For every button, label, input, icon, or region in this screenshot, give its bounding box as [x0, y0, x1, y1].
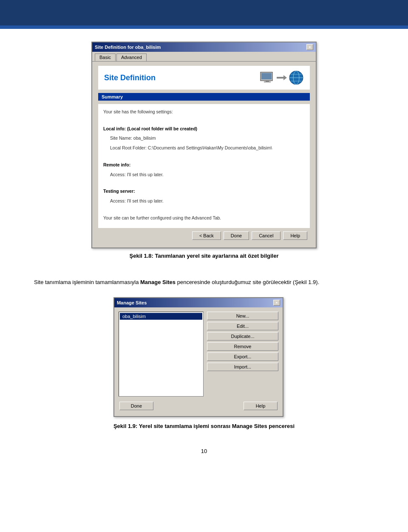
body-paragraph: Site tanımlama işleminin tamamlanmasıyla…	[34, 278, 374, 287]
close-button[interactable]: ×	[306, 44, 313, 50]
site-def-icons	[260, 70, 304, 85]
advanced-note: Your site can be further configured usin…	[103, 214, 305, 222]
figure1-caption: Şekil 1.8: Tanımlanan yerel site ayarlar…	[91, 253, 317, 259]
remove-button[interactable]: Remove	[207, 342, 278, 351]
site-definition-titlebar: Site Definition for oba_bilisim ×	[92, 42, 316, 52]
site-name-label: Site Name: oba_bilisim	[103, 135, 305, 142]
ms-body: oba_bilisim New... Edit... Duplicate... …	[114, 307, 283, 416]
export-button[interactable]: Export...	[207, 352, 278, 361]
arrow-icon	[277, 74, 287, 81]
svg-rect-1	[261, 73, 272, 79]
ms-titlebar-buttons: ×	[273, 300, 280, 306]
ms-help-button[interactable]: Help	[244, 402, 278, 410]
ms-site-list: oba_bilisim	[119, 312, 204, 397]
site-definition-title: Site Definition	[104, 73, 156, 82]
ms-action-buttons: New... Edit... Duplicate... Remove Expor…	[207, 312, 278, 397]
globe-icon	[289, 70, 304, 85]
summary-line1: Your site has the following settings:	[103, 108, 305, 115]
remote-info-title: Remote info:	[103, 161, 305, 169]
text-after: penceresinde oluşturduğumuz site görülec…	[176, 279, 319, 285]
summary-bar: Summary	[98, 93, 310, 101]
remote-access: Access: I'll set this up later.	[103, 171, 305, 178]
top-header-accent	[0, 25, 408, 29]
help-button[interactable]: Help	[283, 231, 307, 240]
dialog-footer: < Back Done Cancel Help	[98, 228, 310, 242]
manage-sites-dialog: Manage Sites × oba_bilisim New... Edit..…	[113, 297, 283, 417]
monitor-icon	[260, 71, 275, 84]
tab-advanced[interactable]: Advanced	[116, 53, 147, 61]
manage-sites-titlebar: Manage Sites ×	[114, 298, 283, 307]
text-bold: Manage Sites	[140, 279, 176, 285]
dialog-tabs: Basic Advanced	[92, 52, 316, 61]
local-root-folder: Local Root Folder: C:\Documents and Sett…	[103, 144, 305, 152]
text-before: Site tanımlama işleminin tamamlanmasıyla	[34, 279, 140, 285]
back-button[interactable]: < Back	[192, 231, 221, 240]
dialog-title: Site Definition for oba_bilisim	[95, 45, 161, 50]
ms-close-button[interactable]: ×	[273, 300, 280, 306]
testing-server-title: Testing server:	[103, 188, 305, 195]
site-def-header: Site Definition	[98, 66, 310, 90]
duplicate-button[interactable]: Duplicate...	[207, 332, 278, 341]
testing-access: Access: I'll set this up later.	[103, 197, 305, 205]
page-number: 10	[26, 448, 382, 454]
summary-content: Your site has the following settings: Lo…	[98, 104, 310, 228]
ms-done-button[interactable]: Done	[119, 402, 153, 410]
ms-footer: Done Help	[119, 400, 278, 412]
site-list-item-oba-bilisim[interactable]: oba_bilisim	[120, 313, 202, 320]
ms-main-area: oba_bilisim New... Edit... Duplicate... …	[119, 312, 278, 397]
svg-rect-3	[264, 82, 271, 82]
done-button[interactable]: Done	[224, 231, 249, 240]
figure2-container: Manage Sites × oba_bilisim New... Edit..…	[113, 297, 295, 439]
titlebar-buttons: ×	[306, 44, 313, 50]
tab-basic[interactable]: Basic	[95, 53, 116, 61]
edit-button[interactable]: Edit...	[207, 322, 278, 330]
import-button[interactable]: Import...	[207, 363, 278, 371]
figure2-caption: Şekil 1.9: Yerel site tanımlama işlemi s…	[113, 423, 295, 429]
dialog-body: Site Definition	[92, 61, 316, 248]
figure1-container: Site Definition for oba_bilisim × Basic …	[91, 42, 317, 269]
local-info-title: Local info: (Local root folder will be c…	[103, 125, 305, 132]
cancel-button[interactable]: Cancel	[252, 231, 280, 240]
ms-dialog-title: Manage Sites	[117, 300, 147, 305]
site-definition-dialog: Site Definition for oba_bilisim × Basic …	[91, 42, 317, 248]
new-button[interactable]: New...	[207, 312, 278, 320]
top-header-bar	[0, 0, 408, 25]
